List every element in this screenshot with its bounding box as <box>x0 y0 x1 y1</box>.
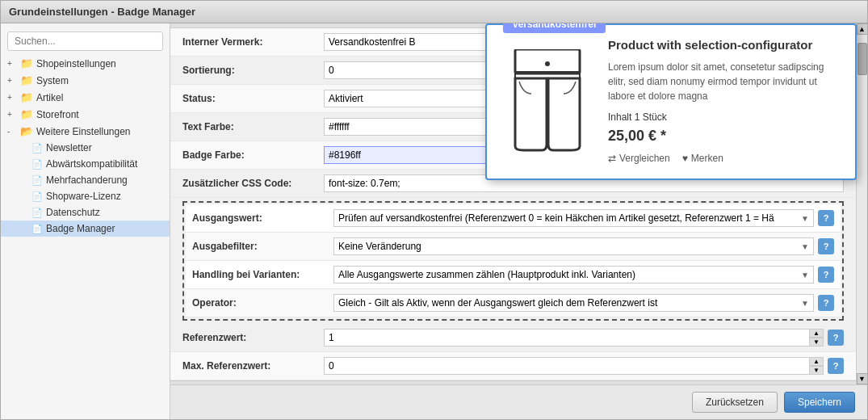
sidebar-label: Storefront <box>36 109 79 120</box>
ausgabefilter-label: Ausgabefilter: <box>192 241 333 252</box>
folder-icon: 📁 <box>20 57 33 69</box>
sidebar-item-system[interactable]: + 📁 System <box>1 72 170 89</box>
compare-label: Vergleichen <box>619 153 670 164</box>
scroll-track <box>857 35 868 373</box>
referenzwert-label: Referenzwert: <box>182 332 324 343</box>
ausgabefilter-help[interactable]: ? <box>818 238 834 254</box>
handling-select[interactable]: Alle Ausgangswerte zusammen zählen (Haup… <box>333 266 814 284</box>
sidebar-item-shopeinstellungen[interactable]: + 📁 Shopeinstellungen <box>1 55 170 72</box>
sidebar-item-artikel[interactable]: + 📁 Artikel <box>1 89 170 106</box>
file-icon: 📄 <box>31 143 43 153</box>
sidebar-item-mehrfach[interactable]: 📄 Mehrfachanderung <box>1 172 170 188</box>
popup-actions: ⇄ Vergleichen ♥ Merken <box>608 153 843 164</box>
footer: Zurücksetzen Speichern <box>170 384 867 419</box>
sortierung-label: Sortierung: <box>182 65 324 76</box>
toggle-icon: - <box>7 127 19 136</box>
sidebar-label: System <box>36 75 69 86</box>
ausgangswert-select[interactable]: Prüfen auf versandkostenfrei (Referenzwe… <box>333 209 814 227</box>
sidebar-item-newsletter[interactable]: 📄 Newsletter <box>1 140 170 156</box>
inhalt-label: Inhalt <box>608 111 631 123</box>
handling-row: Handling bei Varianten: Alle Ausgangswer… <box>186 261 841 289</box>
referenzwert-control: ▲ ▼ <box>324 329 824 346</box>
max-referenzwert-input[interactable] <box>324 357 824 375</box>
popup-content: Product with selection-configurator Lore… <box>499 37 843 166</box>
sidebar-label: Badge Manager <box>46 223 115 234</box>
note-label: Merken <box>691 153 723 164</box>
folder-icon: 📁 <box>20 91 33 103</box>
popup-inhalt: Inhalt 1 Stück <box>608 111 843 123</box>
operator-row: Operator: Gleich - Gilt als Aktiv, wenn … <box>186 289 841 317</box>
ausgangswert-help[interactable]: ? <box>818 210 834 226</box>
scrollbar: ▲ ▼ <box>856 23 867 384</box>
popup-product-desc: Lorem ipsum dolor sit amet, consetetur s… <box>608 60 843 103</box>
scroll-down[interactable]: ▼ <box>857 373 868 384</box>
note-button[interactable]: ♥ Merken <box>682 153 723 164</box>
toggle-icon: + <box>7 93 19 102</box>
popup-image <box>499 37 596 166</box>
popup-product-title: Product with selection-configurator <box>608 37 843 53</box>
toggle-icon: + <box>7 59 19 68</box>
max-referenzwert-spinner: ▲ ▼ <box>809 357 824 375</box>
compare-button[interactable]: ⇄ Vergleichen <box>608 153 670 164</box>
pants-svg <box>511 49 584 154</box>
referenzwert-row: Referenzwert: ▲ ▼ ? <box>170 324 856 352</box>
file-icon: 📄 <box>31 159 43 170</box>
dashed-section: Ausgangswert: Prüfen auf versandkostenfr… <box>182 201 844 321</box>
operator-select[interactable]: Gleich - Gilt als Aktiv, wenn der Ausgan… <box>333 294 814 312</box>
product-popup: versandkostenfrei <box>485 23 857 180</box>
scroll-thumb[interactable] <box>858 43 867 75</box>
sidebar-label: Abwärtskompatibilität <box>46 158 137 170</box>
sidebar-label: Datenschutz <box>46 207 100 218</box>
sidebar-label: Mehrfachanderung <box>46 174 128 186</box>
folder-icon: 📂 <box>20 125 33 137</box>
sidebar-item-badge[interactable]: 📄 Badge Manager <box>1 220 170 237</box>
ausgabefilter-select[interactable]: Keine Veränderung <box>333 237 814 255</box>
search-input[interactable] <box>7 32 163 51</box>
ausgabefilter-wrapper: Keine Veränderung <box>333 237 814 255</box>
folder-icon: 📁 <box>20 108 33 120</box>
max-referenzwert-down[interactable]: ▼ <box>809 366 824 375</box>
operator-wrapper: Gleich - Gilt als Aktiv, wenn der Ausgan… <box>333 294 814 312</box>
content-area: versandkostenfrei <box>170 23 867 419</box>
title-bar: Grundeinstellungen - Badge Manager <box>1 1 867 23</box>
file-icon: 📄 <box>31 208 43 218</box>
handling-label: Handling bei Varianten: <box>192 269 333 280</box>
sidebar-label: Newsletter <box>46 142 92 153</box>
reset-button[interactable]: Zurücksetzen <box>692 392 778 413</box>
file-icon: 📄 <box>31 224 43 234</box>
sidebar-item-storefront[interactable]: + 📁 Storefront <box>1 106 170 123</box>
operator-label: Operator: <box>192 297 333 309</box>
operator-help[interactable]: ? <box>818 295 834 311</box>
popup-container: versandkostenfrei <box>485 23 857 180</box>
referenzwert-help[interactable]: ? <box>828 330 844 346</box>
ausgangswert-row: Ausgangswert: Prüfen auf versandkostenfr… <box>186 204 841 233</box>
referenzwert-down[interactable]: ▼ <box>809 338 824 346</box>
max-referenzwert-up[interactable]: ▲ <box>809 357 824 366</box>
heart-icon: ♥ <box>682 153 688 164</box>
sidebar-label: Artikel <box>36 92 63 103</box>
badgefarbe-label: Badge Farbe: <box>182 149 324 161</box>
max-referenzwert-help[interactable]: ? <box>828 358 844 374</box>
status-label: Status: <box>182 93 324 104</box>
compare-icon: ⇄ <box>608 153 616 164</box>
referenzwert-input[interactable] <box>324 329 824 346</box>
sidebar-item-weitere[interactable]: - 📂 Weitere Einstellungen <box>1 123 170 140</box>
toggle-icon: + <box>7 110 19 119</box>
referenzwert-up[interactable]: ▲ <box>809 329 824 338</box>
save-button[interactable]: Speichern <box>784 392 855 413</box>
folder-icon: 📁 <box>20 74 33 86</box>
max-referenzwert-row: Max. Referenzwert: ▲ ▼ ? <box>170 352 856 380</box>
inhalt-value: 1 Stück <box>635 111 667 123</box>
popup-info: Product with selection-configurator Lore… <box>608 37 843 166</box>
scroll-up[interactable]: ▲ <box>857 23 868 35</box>
window-title: Grundeinstellungen - Badge Manager <box>9 6 195 18</box>
svg-point-2 <box>545 61 550 66</box>
handling-help[interactable]: ? <box>818 267 834 283</box>
interner-label: Interner Vermerk: <box>182 36 324 48</box>
sidebar-item-abwarts[interactable]: 📄 Abwärtskompatibilität <box>1 156 170 172</box>
toggle-icon: + <box>7 76 19 85</box>
sidebar-item-shopware[interactable]: 📄 Shopware-Lizenz <box>1 188 170 204</box>
main-area: + 📁 Shopeinstellungen + 📁 System + 📁 Art… <box>1 23 867 419</box>
sidebar-item-datenschutz[interactable]: 📄 Datenschutz <box>1 204 170 220</box>
ausgangswert-label: Ausgangswert: <box>192 212 333 224</box>
